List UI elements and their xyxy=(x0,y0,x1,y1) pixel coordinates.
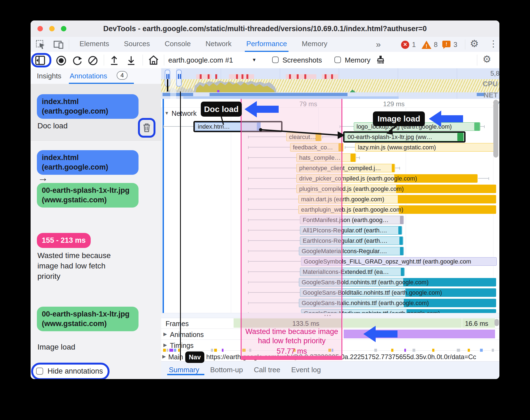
more-tabs-icon[interactable]: » xyxy=(374,37,382,52)
reload-and-record-icon[interactable] xyxy=(72,55,83,66)
request-whisker xyxy=(163,126,195,127)
selection-handle-right[interactable] xyxy=(176,70,182,87)
tab-annotations[interactable]: Annotations xyxy=(70,72,107,80)
wasted-time-region xyxy=(241,99,342,356)
request-cap xyxy=(400,216,403,224)
window-title: DevTools - earth.google.com/static/multi… xyxy=(31,20,499,37)
main-minimap-chip xyxy=(374,349,377,352)
trash-icon[interactable] xyxy=(142,122,152,133)
svg-text:!: ! xyxy=(426,43,427,49)
upload-profile-icon[interactable] xyxy=(109,55,119,66)
tab-insights[interactable]: Insights xyxy=(37,72,61,80)
request-cap xyxy=(400,247,403,255)
tab-elements[interactable]: Elements xyxy=(78,37,111,52)
main-minimap-chip xyxy=(178,349,180,352)
annotation-pill-from[interactable]: index.html (earth.google.com) xyxy=(37,150,139,175)
chevron-down-icon[interactable]: ▼ xyxy=(252,57,257,63)
request-body-segment[interactable] xyxy=(399,205,496,214)
toggle-sidebar-icon[interactable] xyxy=(35,55,46,65)
wasted-time-text: Wasted time because image had low fetch … xyxy=(245,327,338,346)
tab-network[interactable]: Network xyxy=(204,37,233,52)
main-minimap-chip xyxy=(391,349,393,352)
request-whisker xyxy=(478,178,489,179)
net-activity-bar xyxy=(163,93,193,96)
annotation-pill[interactable]: index.html (earth.google.com) xyxy=(37,94,139,119)
overview-tick-label: 5,8 xyxy=(490,70,499,77)
main-label: Main xyxy=(168,353,185,361)
error-badge-icon[interactable]: ✕ xyxy=(401,41,409,49)
inspect-element-icon[interactable] xyxy=(36,40,46,50)
request-cap xyxy=(398,226,402,234)
tab-memory[interactable]: Memory xyxy=(300,37,329,52)
timings-expand-triangle-icon[interactable]: ▶ xyxy=(163,342,167,348)
hide-annotations-checkbox[interactable] xyxy=(36,368,43,375)
bottom-tab-bottom-up[interactable]: Bottom-up xyxy=(210,366,243,374)
network-collapse-triangle-icon[interactable]: ▼ xyxy=(164,111,169,116)
timeline-overview[interactable]: 879 ms1,879 ms2,879 ms3,879 ms4,879 ms5,… xyxy=(161,68,499,99)
long-task-mark xyxy=(331,74,333,79)
hide-annotations-label: Hide annotations xyxy=(48,367,103,375)
settings-gear-icon[interactable]: ⚙ xyxy=(470,38,479,49)
record-icon[interactable] xyxy=(56,55,67,66)
main-minimap-chip xyxy=(468,349,470,352)
net-activity-bar xyxy=(477,93,484,96)
long-task-mark xyxy=(304,74,306,79)
long-task-mark xyxy=(289,74,291,79)
tab-performance[interactable]: Performance xyxy=(245,37,289,52)
bottom-tab-event-log[interactable]: Event log xyxy=(291,366,321,374)
doc-load-annotation-label[interactable]: Doc load xyxy=(201,102,242,117)
main-minimap-chip xyxy=(211,349,213,352)
annotation-entry-link[interactable]: index.html (earth.google.com) → 00-earth… xyxy=(31,147,161,216)
divider xyxy=(164,55,164,66)
request-body-segment[interactable] xyxy=(398,195,496,203)
divider xyxy=(104,55,104,66)
image-load-annotation-label[interactable]: Image load xyxy=(373,111,425,126)
animations-label: Animations xyxy=(170,331,204,339)
download-profile-icon[interactable] xyxy=(126,55,136,66)
capture-settings-gear-icon[interactable]: ⚙ xyxy=(482,54,491,65)
annotation-pill-to[interactable]: 00-earth-splash-1x-ltr.jpg (www.gstatic.… xyxy=(37,183,139,208)
network-scrollbar[interactable] xyxy=(493,100,498,158)
divider xyxy=(465,40,465,49)
ruler-tick-label: 129 ms xyxy=(375,100,405,108)
issues-badge-icon[interactable]: ! xyxy=(442,40,451,49)
performance-toolbar: earth.google.com #1 ▼ Screenshots Memory… xyxy=(31,52,499,69)
animations-expand-triangle-icon[interactable]: ▶ xyxy=(163,331,167,337)
annotations-sidebar: Insights Annotations 4 index.html (earth… xyxy=(31,68,161,379)
annotation-entry-image-load[interactable]: 00-earth-splash-1x-ltr.jpg (www.gstatic.… xyxy=(31,304,161,356)
clear-icon[interactable] xyxy=(87,55,98,66)
selection-marker-line xyxy=(167,79,168,91)
memory-checkbox[interactable] xyxy=(334,57,341,63)
animation-bar[interactable] xyxy=(344,330,495,338)
main-minimap-chip xyxy=(480,349,483,352)
screenshots-checkbox[interactable] xyxy=(272,57,279,63)
history-target-select[interactable]: earth.google.com #1 xyxy=(168,56,233,64)
request-cap xyxy=(401,268,404,276)
nav-cursor-line xyxy=(180,91,181,360)
tab-console[interactable]: Console xyxy=(163,37,192,52)
garbage-collect-icon[interactable] xyxy=(375,55,386,66)
request-whisker xyxy=(395,168,400,168)
warning-badge-icon[interactable]: ! xyxy=(421,40,432,49)
tab-sources[interactable]: Sources xyxy=(122,37,151,52)
annotation-entry-time-range[interactable]: 155 - 213 ms Wasted time because image h… xyxy=(31,231,161,280)
frames-scrollbar[interactable] xyxy=(494,319,499,326)
home-icon[interactable] xyxy=(148,55,160,66)
network-track-label: Network xyxy=(172,110,197,117)
device-toolbar-icon[interactable] xyxy=(54,40,64,49)
annotation-entry-doc-load[interactable]: index.html (earth.google.com) Doc load xyxy=(31,84,161,141)
request-label: 00-earth-splash-1x-ltr.jpg (ww… xyxy=(348,133,432,141)
memory-label: Memory xyxy=(345,56,370,64)
annotation-pill-range[interactable]: 155 - 213 ms xyxy=(37,233,91,248)
net-activity-bar xyxy=(183,96,399,99)
bottom-tab-summary[interactable]: Summary xyxy=(169,366,199,374)
request-body-segment[interactable] xyxy=(396,185,496,193)
divider xyxy=(69,40,69,49)
annotation-label: Doc load xyxy=(37,122,68,130)
main-expand-triangle-icon[interactable]: ▶ xyxy=(162,354,166,359)
bottom-tab-call-tree[interactable]: Call tree xyxy=(254,366,280,374)
annotation-pill[interactable]: 00-earth-splash-1x-ltr.jpg (www.gstatic.… xyxy=(37,307,139,331)
long-task-mark xyxy=(325,74,326,79)
kebab-menu-icon[interactable]: ⋮ xyxy=(489,39,498,49)
request-cap xyxy=(457,133,463,141)
